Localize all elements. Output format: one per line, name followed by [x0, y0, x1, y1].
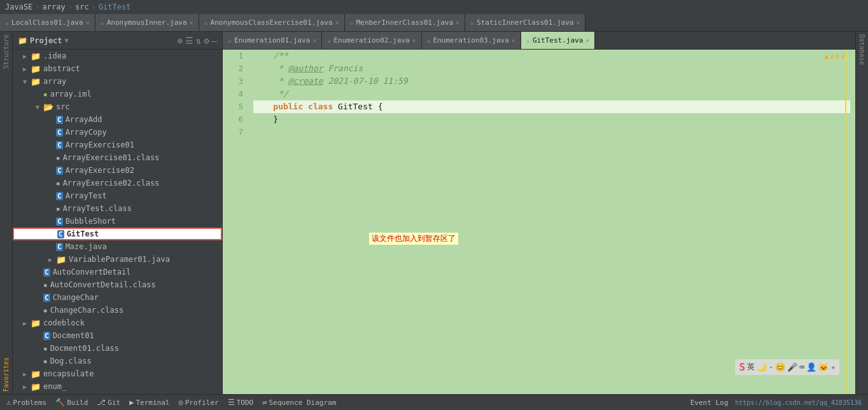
- tree-icon-18: ▪: [43, 281, 48, 289]
- breadcrumb-gittest[interactable]: GitTest: [99, 3, 131, 11]
- tree-item-26[interactable]: ▶📁enum_: [13, 380, 222, 393]
- code-line-5[interactable]: public class GitTest {: [253, 100, 850, 113]
- tree-arrow-2: ▼: [23, 78, 31, 85]
- event-log-status[interactable]: Event Log https://blog.csdn.net/qq_42835…: [687, 395, 865, 410]
- database-panel-label[interactable]: Database: [857, 32, 867, 67]
- tree-item-21[interactable]: ▶📁codeblock: [13, 317, 222, 329]
- todo-status[interactable]: ☰ TODO: [224, 395, 258, 410]
- ime-en-icon[interactable]: 英: [747, 362, 755, 372]
- profiler-status[interactable]: ◎ Profiler: [174, 395, 222, 410]
- code-line-4[interactable]: */: [253, 88, 850, 100]
- tab-row1-2[interactable]: ☕AnonymousClassExercise01.java✕: [199, 14, 345, 31]
- dropdown-icon[interactable]: ▼: [65, 37, 69, 44]
- tree-icon-7: C: [56, 141, 63, 149]
- code-line-1[interactable]: /**: [253, 50, 850, 62]
- code-line-7[interactable]: [253, 126, 850, 139]
- structure-panel-label[interactable]: Structure: [1, 32, 11, 71]
- tab-close[interactable]: ✕: [335, 19, 339, 26]
- tree-item-19[interactable]: CChangeChar: [13, 291, 222, 304]
- ime-kbd-icon[interactable]: ⌨: [799, 362, 804, 372]
- tree-item-5[interactable]: CArrayAdd: [13, 113, 222, 126]
- tree-item-14[interactable]: CGitTest: [13, 228, 222, 240]
- problems-status[interactable]: ⚠ Problems: [3, 395, 50, 410]
- editor-tab-close[interactable]: ✕: [585, 37, 589, 44]
- tab-row1-4[interactable]: ☕StaticInnerClass01.java✕: [465, 14, 585, 31]
- tree-item-9[interactable]: CArrayExercise02: [13, 164, 222, 177]
- tree-item-1[interactable]: ▶📁abstract: [13, 62, 222, 75]
- favorites-panel-label[interactable]: Favorites: [1, 355, 11, 394]
- left-strip: Structure Favorites: [0, 32, 13, 394]
- editor-content[interactable]: 1234567 /** * @author Francis * @create …: [223, 50, 855, 394]
- tab-row1-1[interactable]: ☕AnonymousInner.java✕: [95, 14, 199, 31]
- editor-tab-1[interactable]: ☕Enumeration02.java✕: [322, 32, 421, 49]
- tree-item-2[interactable]: ▼📁array: [13, 75, 222, 88]
- tab-close[interactable]: ✕: [576, 19, 580, 26]
- tree-icon-24: ▪: [43, 357, 48, 366]
- tree-item-24[interactable]: ▪Dog.class: [13, 355, 222, 367]
- terminal-status[interactable]: ▶ Terminal: [125, 395, 173, 410]
- editor-tab-close[interactable]: ✕: [412, 37, 416, 44]
- tab-close[interactable]: ✕: [456, 19, 459, 26]
- ime-user-icon[interactable]: 👤: [806, 362, 816, 372]
- tab-row1-3[interactable]: ☕MenberInnerClass01.java✕: [345, 14, 465, 31]
- ime-dot-icon[interactable]: ·: [769, 363, 773, 372]
- settings-icon[interactable]: ⚙: [204, 36, 209, 46]
- ime-more-icon[interactable]: ✦: [830, 362, 836, 372]
- ime-cat-icon[interactable]: 🐱: [818, 362, 829, 372]
- code-line-2[interactable]: * @author Francis: [253, 62, 850, 75]
- tree-label-4: src: [56, 102, 70, 111]
- build-icon: 🔨: [55, 398, 65, 407]
- ime-emoji-icon[interactable]: 😊: [775, 362, 785, 372]
- tree-item-13[interactable]: CBubbleShort: [13, 215, 222, 228]
- git-status[interactable]: ⎇ Git: [93, 395, 124, 410]
- code-line-6[interactable]: }: [253, 113, 850, 126]
- tree-label-19: ChangeChar: [53, 293, 99, 302]
- tree-item-25[interactable]: ▶📁encapsulate: [13, 367, 222, 380]
- tree-item-7[interactable]: CArrayExercise01: [13, 139, 222, 151]
- tree-item-22[interactable]: CDocment01: [13, 329, 222, 342]
- editor-tab-label: Enumeration03.java: [433, 36, 509, 44]
- editor-tab-close[interactable]: ✕: [512, 37, 515, 44]
- expand-icon[interactable]: ∧: [836, 52, 840, 60]
- tree-item-10[interactable]: ▪ArrayExercise02.class: [13, 177, 222, 189]
- tree-item-16[interactable]: ▶📁VariableParamer01.java: [13, 253, 222, 266]
- tree-item-20[interactable]: ▪ChangeChar.class: [13, 304, 222, 317]
- breadcrumb-javase[interactable]: JavaSE: [5, 3, 32, 11]
- close-sidebar-icon[interactable]: —: [212, 36, 217, 46]
- tree-item-6[interactable]: CArrayCopy: [13, 126, 222, 139]
- tab-close[interactable]: ✕: [190, 19, 193, 26]
- tree-arrow-21: ▶: [23, 320, 31, 327]
- tree-item-11[interactable]: CArrayTest: [13, 189, 222, 202]
- tree-item-12[interactable]: ▪ArrayTest.class: [13, 202, 222, 215]
- ime-mic-icon[interactable]: 🎤: [787, 362, 797, 372]
- layout-icon[interactable]: ☰: [185, 36, 193, 46]
- tree-item-8[interactable]: ▪ArrayExercise01.class: [13, 151, 222, 164]
- editor-tab-2[interactable]: ☕Enumeration03.java✕: [422, 32, 521, 49]
- tree-item-4[interactable]: ▼📂src: [13, 100, 222, 113]
- tree-item-17[interactable]: CAutoConvertDetail: [13, 266, 222, 278]
- warning-icon: ▲: [825, 52, 829, 60]
- editor-tab-close[interactable]: ✕: [312, 37, 316, 44]
- tab-row1-0[interactable]: ☕LocalClass01.java✕: [0, 14, 95, 31]
- add-icon[interactable]: ⊕: [177, 36, 182, 46]
- breadcrumb-array[interactable]: array: [43, 3, 66, 11]
- tab-close[interactable]: ✕: [86, 19, 90, 26]
- tree-item-15[interactable]: CMaze.java: [13, 240, 222, 253]
- tree-item-3[interactable]: ▪array.iml: [13, 88, 222, 100]
- breadcrumb-src[interactable]: src: [75, 3, 89, 11]
- tree-item-18[interactable]: ▪AutoConvertDetail.class: [13, 278, 222, 291]
- code-area[interactable]: /** * @author Francis * @create 2021-07-…: [248, 50, 855, 394]
- editor-tab-0[interactable]: ☕Enumeration01.java✕: [223, 32, 322, 49]
- warning-count: ▲ 2 ∧ ∨: [825, 52, 846, 60]
- code-line-3[interactable]: * @create 2021-07-10 11:59: [253, 75, 850, 88]
- tree-item-0[interactable]: ▶📁.idea: [13, 50, 222, 62]
- collapse-icon[interactable]: ∨: [841, 52, 845, 60]
- build-status[interactable]: 🔨 Build: [52, 395, 92, 410]
- sequence-status[interactable]: ⇌ Sequence Diagram: [258, 395, 340, 410]
- sort-icon[interactable]: ⇅: [196, 36, 201, 46]
- tree-icon-3: ▪: [43, 90, 48, 99]
- ime-moon-icon[interactable]: 🌙: [757, 362, 767, 372]
- tree-item-23[interactable]: ▪Docment01.class: [13, 342, 222, 355]
- ime-sougou-icon[interactable]: S: [739, 361, 745, 373]
- editor-tab-3[interactable]: ☕GitTest.java✕: [521, 32, 596, 49]
